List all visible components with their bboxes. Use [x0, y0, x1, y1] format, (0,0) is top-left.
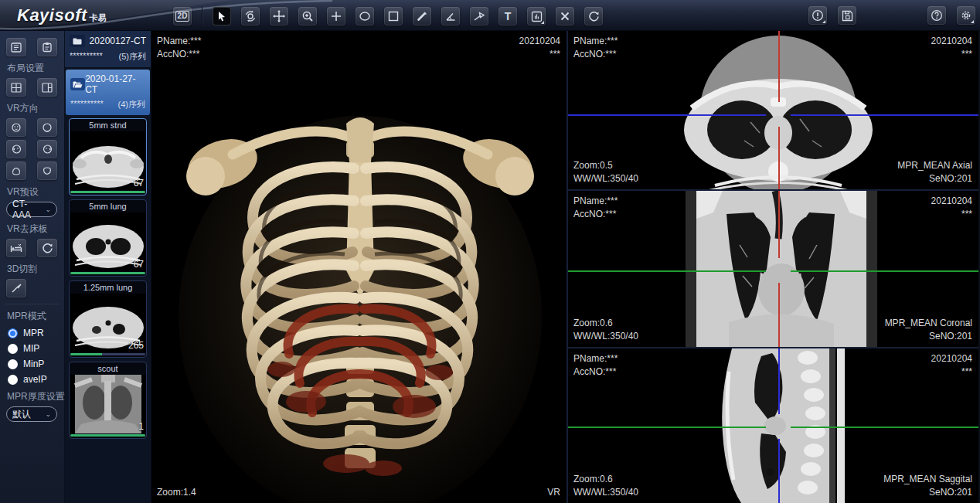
coronal-crosshair-vertical-red[interactable] [778, 283, 780, 347]
vr-accno: AccNO:*** [157, 48, 201, 61]
cursor-icon [216, 11, 227, 22]
mpr-coronal-viewport[interactable]: PName:*** AccNO:*** 20210204 *** Zoom:0.… [568, 189, 978, 347]
mpr-thickness-label: MPR厚度设置 [7, 390, 60, 403]
report-info-button[interactable] [808, 6, 827, 25]
radio-label: MIP [23, 343, 39, 354]
vr-direction-inferior-button[interactable] [37, 161, 57, 180]
vr-direction-anterior-button[interactable] [6, 118, 26, 137]
mpr-accno: AccNO:*** [573, 208, 618, 221]
2d-icon: 2D [175, 11, 190, 22]
mpr-thickness-select[interactable]: 默认 ⌄ [6, 406, 57, 422]
coronal-overlay-topleft: PName:*** AccNO:*** [573, 195, 618, 221]
settings-button[interactable] [957, 6, 975, 25]
mpr-seno: SeNO:201 [897, 172, 972, 185]
help-button[interactable] [927, 6, 946, 25]
arrow-annotation-tool-button[interactable] [470, 7, 488, 25]
vr-direction-label: VR方向 [7, 102, 60, 115]
ellipse-roi-tool-button[interactable] [356, 7, 374, 25]
head-top-icon [11, 165, 22, 177]
remove-bed-button[interactable] [6, 239, 26, 257]
chevron-down-icon: ⌄ [45, 410, 51, 418]
series-thumbnail-5mm-lung[interactable]: 5mm lung 67 [69, 199, 147, 277]
rectangle-roi-tool-button[interactable] [384, 7, 403, 25]
thumbnail-image-count: 265 [128, 340, 144, 351]
series-thumbnail-5mm-stnd[interactable]: 5mm stnd 67 [69, 118, 147, 195]
mpr-seno: SeNO:201 [885, 330, 972, 343]
study-patient-masked: ********** [70, 99, 104, 110]
mpr-date: 20210204 [931, 195, 972, 208]
study-item-20200127[interactable]: 20200127-CT ********** (5)序列 [65, 31, 151, 68]
pointer-tool-button[interactable] [213, 7, 231, 25]
grid-2x2-icon [11, 83, 22, 93]
sagittal-overlay-topright: 20210204 *** [931, 352, 972, 379]
coronal-crosshair-horizontal-green[interactable] [791, 270, 978, 272]
thumbnail-progress-bar [70, 272, 145, 274]
layout-main-side-button[interactable] [37, 78, 57, 97]
thumbnail-label: 1.25mm lung [70, 282, 145, 294]
window-level-icon [531, 11, 543, 22]
zoom-tool-button[interactable] [298, 7, 317, 25]
browse-series-tool-button[interactable] [241, 7, 260, 25]
thumbnail-label: 5mm stnd [70, 120, 145, 131]
radio-label: MinP [23, 359, 44, 369]
restore-bed-button[interactable] [37, 239, 57, 257]
chevron-down-icon: ⌄ [45, 206, 51, 213]
study-item-2020-01-27[interactable]: 2020-01-27-CT ********** (4)序列 [66, 70, 150, 115]
mpr-mode-radio-mip[interactable]: MIP [8, 343, 60, 354]
grid-main-side-icon [42, 83, 53, 93]
vr-3d-viewport[interactable]: PName:*** AccNO:*** 20210204 *** Zoom:1.… [151, 31, 568, 503]
toolbar-tools-group: 2D [173, 6, 603, 26]
mpr-mode-radio-mpr[interactable]: MPR [8, 328, 60, 338]
coronal-crosshair-vertical-red[interactable] [778, 191, 780, 258]
vr-direction-superior-button[interactable] [6, 161, 26, 180]
window-level-tool-button[interactable] [527, 7, 546, 25]
text-annotation-tool-button[interactable]: T [499, 7, 517, 25]
vr-masked: *** [519, 48, 560, 61]
thumbnail-image-scout: 1 [70, 375, 146, 433]
mpr-sagittal-viewport[interactable]: PName:*** AccNO:*** 20210204 *** Zoom:0.… [568, 347, 978, 503]
length-measure-tool-button[interactable] [413, 7, 431, 25]
info-circle-icon [812, 9, 824, 22]
crosshair-tool-button[interactable] [327, 7, 345, 25]
vr-date: 20210204 [519, 35, 560, 48]
reset-rotate-icon [588, 11, 600, 22]
axial-crosshair-vertical-red[interactable] [778, 31, 780, 102]
coronal-crosshair-horizontal-green[interactable] [568, 270, 766, 272]
coronal-overlay-topright: 20210204 *** [931, 195, 972, 221]
sagittal-overlay-bottomleft: Zoom:0.6 WW/WL:350/40 [573, 473, 638, 499]
sagittal-crosshair-vertical-blue[interactable] [778, 348, 780, 414]
vr-direction-left-button[interactable] [6, 140, 26, 158]
sagittal-crosshair-horizontal-green[interactable] [791, 427, 978, 428]
reset-view-button[interactable] [584, 7, 603, 25]
toggle-series-panel-button[interactable] [6, 38, 26, 56]
vr-direction-posterior-button[interactable] [37, 118, 57, 137]
folder-closed-icon [70, 35, 85, 47]
angle-measure-tool-button[interactable] [441, 7, 460, 25]
scalpel-cut-button[interactable] [6, 279, 26, 297]
thumbnail-image-axial-lung: 67 [70, 212, 146, 271]
mpr-mode-radio-minp[interactable]: MinP [8, 359, 60, 369]
layout-grid-button[interactable] [6, 78, 26, 97]
series-thumbnail-scout[interactable]: scout 1 [69, 362, 147, 439]
axial-crosshair-horizontal-blue[interactable] [791, 114, 978, 116]
toggle-report-panel-button[interactable] [37, 38, 57, 56]
panel-list-icon [11, 42, 22, 53]
vr-direction-right-button[interactable] [37, 140, 57, 158]
rectangle-icon [388, 11, 399, 22]
pan-tool-button[interactable] [270, 7, 288, 25]
axial-crosshair-vertical-red[interactable] [778, 127, 780, 189]
sagittal-crosshair-vertical-blue[interactable] [778, 439, 780, 503]
mpr-zoom: Zoom:0.6 [573, 473, 638, 486]
sagittal-crosshair-horizontal-green[interactable] [568, 427, 766, 428]
save-export-button[interactable] [838, 6, 856, 25]
mpr-mode-radio-aveip[interactable]: aveIP [8, 374, 60, 385]
mpr-axial-viewport[interactable]: PName:*** AccNO:*** 20210204 *** Zoom:0.… [568, 31, 978, 189]
pan-icon [273, 10, 285, 22]
delete-annotation-button[interactable] [556, 7, 574, 25]
mode-2d-button[interactable]: 2D [173, 7, 192, 25]
axial-crosshair-horizontal-blue[interactable] [568, 114, 766, 116]
thumbnail-image-axial-lung-thin: 265 [70, 294, 146, 352]
clipboard-icon [42, 42, 53, 53]
series-thumbnail-1-25mm-lung[interactable]: 1.25mm lung 265 [69, 280, 147, 358]
vr-preset-select[interactable]: CT-AAA ⌄ [6, 202, 57, 217]
